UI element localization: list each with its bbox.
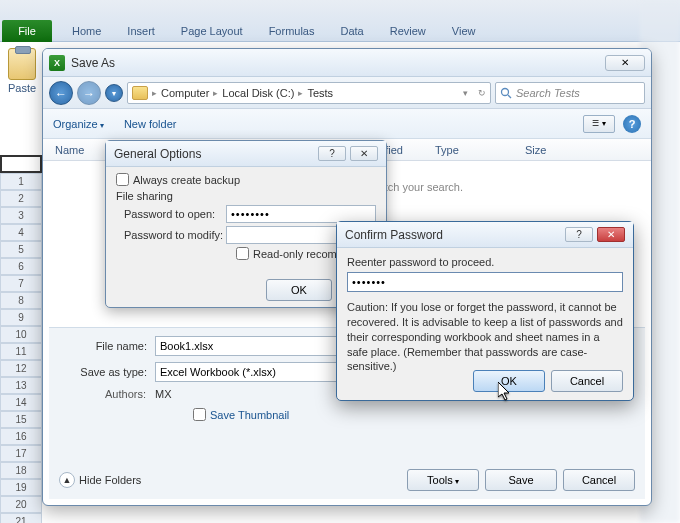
save-thumbnail-label: Save Thumbnail xyxy=(210,409,289,421)
save-type-label: Save as type: xyxy=(65,366,155,378)
help-button[interactable]: ? xyxy=(318,146,346,161)
forward-button[interactable]: → xyxy=(77,81,101,105)
help-button[interactable]: ? xyxy=(623,115,641,133)
row-header[interactable]: 6 xyxy=(0,258,42,275)
row-header[interactable]: 2 xyxy=(0,190,42,207)
col-type[interactable]: Type xyxy=(435,144,525,156)
row-header[interactable]: 8 xyxy=(0,292,42,309)
authors-value[interactable]: MX xyxy=(155,388,172,400)
breadcrumb-seg-drive[interactable]: Local Disk (C:) xyxy=(222,87,294,99)
tab-review[interactable]: Review xyxy=(378,22,438,40)
organize-menu[interactable]: Organize xyxy=(53,118,104,130)
row-header[interactable]: 15 xyxy=(0,411,42,428)
explorer-toolbar: Organize New folder ☰ ▾ ? xyxy=(43,109,651,139)
file-name-label: File name: xyxy=(65,340,155,352)
confirm-titlebar[interactable]: Confirm Password ? ✕ xyxy=(337,222,633,248)
backup-checkbox[interactable] xyxy=(116,173,129,186)
row-header[interactable]: 17 xyxy=(0,445,42,462)
row-header[interactable]: 19 xyxy=(0,479,42,496)
row-header[interactable]: 14 xyxy=(0,394,42,411)
row-header[interactable]: 1 xyxy=(0,173,42,190)
pw-open-label: Password to open: xyxy=(116,208,226,220)
tools-menu[interactable]: Tools xyxy=(407,469,479,491)
confirm-password-dialog: Confirm Password ? ✕ Reenter password to… xyxy=(336,221,634,401)
backup-label: Always create backup xyxy=(133,174,240,186)
confirm-caution: Caution: If you lose or forget the passw… xyxy=(347,300,623,374)
clipboard-icon[interactable] xyxy=(8,48,36,80)
close-button[interactable]: ✕ xyxy=(350,146,378,161)
row-header[interactable]: 21 xyxy=(0,513,42,523)
row-header[interactable]: 13 xyxy=(0,377,42,394)
save-as-title: Save As xyxy=(71,56,605,70)
row-headers: 1 2 3 4 5 6 7 8 9 10 11 12 13 14 15 16 1… xyxy=(0,155,42,523)
folder-icon xyxy=(132,86,148,100)
new-folder-button[interactable]: New folder xyxy=(124,118,177,130)
confirm-title: Confirm Password xyxy=(345,228,443,242)
search-placeholder: Search Tests xyxy=(516,87,580,99)
row-header[interactable]: 9 xyxy=(0,309,42,326)
confirm-password-input[interactable] xyxy=(347,272,623,292)
save-button[interactable]: Save xyxy=(485,469,557,491)
pw-modify-label: Password to modify: xyxy=(116,229,226,241)
active-cell[interactable] xyxy=(0,155,42,173)
save-as-titlebar[interactable]: X Save As ✕ xyxy=(43,49,651,77)
row-header[interactable]: 11 xyxy=(0,343,42,360)
hide-folders-toggle[interactable]: ▲ Hide Folders xyxy=(59,472,141,488)
svg-line-1 xyxy=(508,95,511,98)
tab-home[interactable]: Home xyxy=(60,22,113,40)
confirm-prompt: Reenter password to proceed. xyxy=(347,256,623,268)
general-options-title: General Options xyxy=(114,147,201,161)
breadcrumb-seg-folder[interactable]: Tests xyxy=(307,87,333,99)
save-thumbnail-checkbox[interactable] xyxy=(193,408,206,421)
close-button[interactable]: ✕ xyxy=(597,227,625,242)
paste-label: Paste xyxy=(2,82,42,94)
col-size[interactable]: Size xyxy=(525,144,595,156)
search-input[interactable]: Search Tests xyxy=(495,82,645,104)
tab-insert[interactable]: Insert xyxy=(115,22,167,40)
readonly-label: Read-only recom xyxy=(253,248,337,260)
history-dropdown[interactable]: ▾ xyxy=(105,84,123,102)
file-sharing-label: File sharing xyxy=(116,190,376,202)
row-header[interactable]: 12 xyxy=(0,360,42,377)
chevron-up-icon: ▲ xyxy=(59,472,75,488)
row-header[interactable]: 20 xyxy=(0,496,42,513)
row-header[interactable]: 5 xyxy=(0,241,42,258)
ribbon-bar: File Home Insert Page Layout Formulas Da… xyxy=(0,0,680,42)
breadcrumb[interactable]: ▸ Computer ▸ Local Disk (C:) ▸ Tests ▾ ↻ xyxy=(127,82,491,104)
row-header[interactable]: 10 xyxy=(0,326,42,343)
tab-page-layout[interactable]: Page Layout xyxy=(169,22,255,40)
breadcrumb-seg-computer[interactable]: Computer xyxy=(161,87,209,99)
svg-point-0 xyxy=(502,88,509,95)
back-button[interactable]: ← xyxy=(49,81,73,105)
help-button[interactable]: ? xyxy=(565,227,593,242)
ok-button[interactable]: OK xyxy=(473,370,545,392)
authors-label: Authors: xyxy=(105,388,146,400)
nav-bar: ← → ▾ ▸ Computer ▸ Local Disk (C:) ▸ Tes… xyxy=(43,77,651,109)
cancel-button[interactable]: Cancel xyxy=(551,370,623,392)
tab-view[interactable]: View xyxy=(440,22,488,40)
row-header[interactable]: 3 xyxy=(0,207,42,224)
readonly-checkbox[interactable] xyxy=(236,247,249,260)
row-header[interactable]: 16 xyxy=(0,428,42,445)
file-tab[interactable]: File xyxy=(2,20,52,42)
close-button[interactable]: ✕ xyxy=(605,55,645,71)
tab-formulas[interactable]: Formulas xyxy=(257,22,327,40)
excel-icon: X xyxy=(49,55,65,71)
row-header[interactable]: 7 xyxy=(0,275,42,292)
cancel-button[interactable]: Cancel xyxy=(563,469,635,491)
paste-group: Paste xyxy=(2,48,42,94)
row-header[interactable]: 18 xyxy=(0,462,42,479)
tab-data[interactable]: Data xyxy=(328,22,375,40)
general-options-titlebar[interactable]: General Options ? ✕ xyxy=(106,141,386,167)
ribbon-tabs: Home Insert Page Layout Formulas Data Re… xyxy=(60,22,487,40)
ok-button[interactable]: OK xyxy=(266,279,332,301)
view-menu[interactable]: ☰ ▾ xyxy=(583,115,615,133)
row-header[interactable]: 4 xyxy=(0,224,42,241)
search-icon xyxy=(500,87,512,99)
